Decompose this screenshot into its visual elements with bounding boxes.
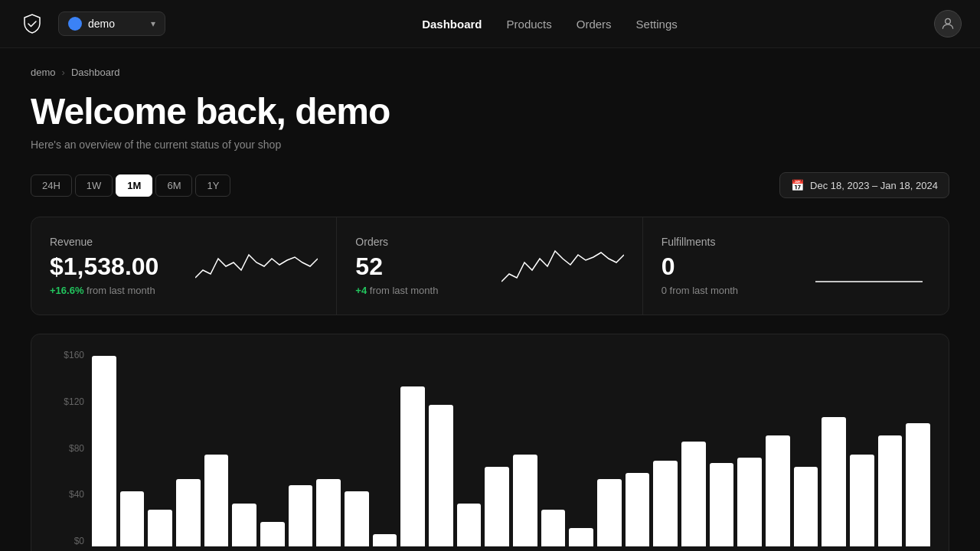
bar-item: [569, 528, 593, 546]
bar-item: [541, 510, 566, 546]
stat-value-orders: 52: [355, 254, 501, 279]
bar-item: [345, 491, 369, 546]
chevron-down-icon: ▾: [151, 18, 155, 29]
stat-chart-fulfillments: [808, 243, 930, 289]
stat-info-fulfillments: Fulfillments 0 0 from last month: [662, 236, 808, 296]
bar-item: [878, 435, 903, 546]
bars-area: [84, 350, 930, 551]
stat-change-text-revenue: from last month: [87, 285, 155, 296]
nav-right: [934, 10, 962, 37]
revenue-chart: $160 $120 $80 $40 $0: [31, 334, 949, 551]
stat-label-revenue: Revenue: [50, 236, 195, 248]
logo-icon[interactable]: [18, 10, 46, 37]
bar-item: [232, 504, 256, 546]
bar-item: [513, 455, 537, 546]
svg-point-0: [946, 18, 951, 24]
stat-chart-orders: [501, 243, 624, 289]
bar-item: [204, 455, 229, 546]
bar-item: [316, 479, 341, 546]
user-avatar[interactable]: [934, 10, 962, 37]
breadcrumb: demo › Dashboard: [31, 67, 949, 78]
bar-item: [485, 467, 509, 546]
nav-left: demo ▾: [18, 10, 165, 37]
stat-change-text-fulfillments: from last month: [670, 285, 739, 296]
stat-card-orders: Orders 52 +4 from last month: [337, 217, 642, 315]
bar-item: [906, 423, 930, 546]
stat-value-revenue: $1,538.00: [50, 254, 195, 279]
filter-24h[interactable]: 24H: [31, 174, 72, 197]
nav-center: Dashboard Products Orders Settings: [422, 18, 678, 31]
stat-info-orders: Orders 52 +4 from last month: [355, 236, 501, 296]
stat-card-revenue: Revenue $1,538.00 +16.6% from last month: [31, 217, 337, 315]
stat-label-fulfillments: Fulfillments: [662, 236, 808, 248]
y-label-0: $0: [50, 536, 84, 546]
date-range-text: Dec 18, 2023 – Jan 18, 2024: [810, 180, 938, 191]
nav-products[interactable]: Products: [507, 18, 552, 31]
stat-card-fulfillments: Fulfillments 0 0 from last month: [643, 217, 949, 315]
y-label-160: $160: [50, 350, 84, 360]
filter-1w[interactable]: 1W: [75, 174, 113, 197]
bar-item: [148, 510, 172, 546]
stat-info-revenue: Revenue $1,538.00 +16.6% from last month: [50, 236, 195, 296]
y-axis: $160 $120 $80 $40 $0: [50, 350, 84, 551]
bar-item: [400, 386, 425, 546]
bar-item: [373, 534, 397, 546]
page-title: Welcome back, demo: [31, 90, 949, 132]
y-label-120: $120: [50, 396, 84, 407]
nav-dashboard[interactable]: Dashboard: [422, 18, 482, 31]
stat-change-highlight-fulfillments: 0: [662, 285, 667, 296]
stat-value-fulfillments: 0: [662, 254, 808, 279]
bar-item: [597, 479, 622, 546]
bar-item: [626, 473, 650, 546]
filter-buttons: 24H 1W 1M 6M 1Y: [31, 174, 230, 197]
page-subtitle: Here's an overview of the current status…: [31, 139, 949, 151]
calendar-icon: 📅: [791, 179, 804, 191]
stat-change-text-orders: from last month: [370, 285, 439, 296]
bar-item: [92, 356, 116, 546]
navbar: demo ▾ Dashboard Products Orders Setting…: [0, 0, 980, 48]
bar-item: [794, 467, 818, 546]
stat-change-highlight-orders: +4: [355, 285, 367, 296]
stat-label-orders: Orders: [355, 236, 501, 248]
stat-cards: Revenue $1,538.00 +16.6% from last month…: [31, 217, 949, 315]
bar-item: [429, 405, 453, 546]
bar-item: [176, 479, 201, 546]
bar-item: [822, 417, 846, 546]
y-label-40: $40: [50, 489, 84, 500]
date-range-picker[interactable]: 📅 Dec 18, 2023 – Jan 18, 2024: [779, 172, 949, 198]
time-filters: 24H 1W 1M 6M 1Y 📅 Dec 18, 2023 – Jan 18,…: [31, 172, 949, 198]
stat-change-fulfillments: 0 from last month: [662, 285, 808, 296]
bar-item: [260, 522, 285, 546]
filter-1y[interactable]: 1Y: [195, 174, 230, 197]
bar-item: [289, 485, 313, 546]
bar-item: [850, 455, 874, 546]
breadcrumb-root[interactable]: demo: [31, 67, 56, 78]
filter-6m[interactable]: 6M: [155, 174, 192, 197]
breadcrumb-current: Dashboard: [71, 67, 120, 78]
stat-change-orders: +4 from last month: [355, 285, 501, 296]
stat-change-revenue: +16.6% from last month: [50, 285, 195, 296]
main-content: demo › Dashboard Welcome back, demo Here…: [0, 48, 980, 551]
nav-settings[interactable]: Settings: [636, 18, 678, 31]
bar-item: [120, 491, 145, 546]
nav-orders[interactable]: Orders: [577, 18, 612, 31]
stat-change-highlight-revenue: +16.6%: [50, 285, 83, 296]
bar-item: [653, 461, 678, 546]
bar-item: [737, 458, 762, 546]
store-selector[interactable]: demo ▾: [58, 11, 165, 36]
y-label-80: $80: [50, 443, 84, 454]
breadcrumb-separator: ›: [62, 67, 65, 78]
bar-item: [710, 463, 734, 546]
bar-item: [457, 504, 482, 546]
bar-item: [681, 442, 706, 546]
stat-chart-revenue: [195, 243, 318, 289]
chart-area: $160 $120 $80 $40 $0: [50, 350, 930, 551]
bar-item: [766, 435, 790, 546]
store-name: demo: [88, 18, 145, 30]
store-dot: [68, 17, 82, 31]
filter-1m[interactable]: 1M: [116, 174, 152, 197]
